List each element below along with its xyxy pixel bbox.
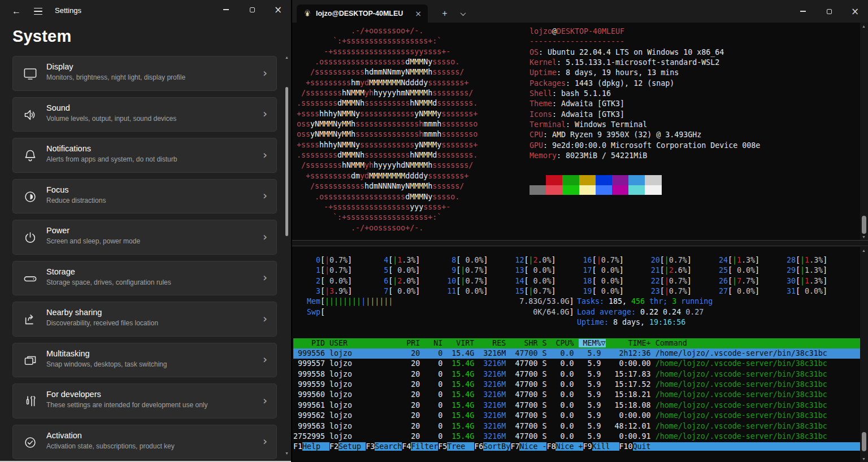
settings-item-storage[interactable]: StorageStorage space, drives, configurat… bbox=[12, 261, 277, 296]
settings-item-subtitle: Activation state, subscriptions, product… bbox=[46, 442, 175, 450]
back-button[interactable]: ← bbox=[7, 4, 26, 19]
settings-item-title: Focus bbox=[46, 185, 106, 194]
system-info-line: Packages: 1443 (dpkg), 12 (snap) bbox=[530, 79, 760, 89]
maximize-icon bbox=[250, 7, 255, 12]
system-info-line: Theme: Adwaita [GTK3] bbox=[530, 99, 760, 109]
chevron-right-icon: › bbox=[263, 107, 267, 120]
settings-item-subtitle: Snap windows, desktops, task switching bbox=[46, 360, 167, 368]
settings-item-for-developers[interactable]: For developersThese settings are intende… bbox=[12, 383, 277, 419]
system-info-line: Shell: bash 5.1.16 bbox=[530, 89, 760, 99]
navigation-menu-button[interactable] bbox=[29, 5, 46, 18]
close-icon: × bbox=[274, 5, 282, 15]
tab-close-icon[interactable]: × bbox=[413, 8, 423, 19]
scroll-down-icon[interactable]: ▼ bbox=[862, 457, 866, 461]
process-row-selected: 999556 lojzo 20 0 15.4G 3216M 47700 S 0.… bbox=[293, 348, 861, 359]
ascii-art-line: /ssssssssssshdmmNNmmyNMMMMhssssss/ bbox=[297, 67, 478, 77]
scroll-up-icon[interactable]: ▲ bbox=[862, 24, 866, 28]
system-info-line: --------------------- bbox=[530, 37, 760, 47]
notifications-icon bbox=[23, 148, 38, 163]
settings-item-subtitle: Monitors, brightness, night light, displ… bbox=[46, 73, 185, 81]
ascii-art-line: /ssssssssssshdmNNNNmyNMMMMhssssss/ bbox=[297, 181, 478, 191]
ascii-art-line: +sssssssssdmydMMMMMMMMddddyssssssss+ bbox=[297, 171, 478, 181]
settings-item-subtitle: Reduce distractions bbox=[46, 197, 106, 204]
new-tab-button[interactable]: + bbox=[438, 7, 452, 20]
settings-item-focus[interactable]: FocusReduce distractions› bbox=[12, 179, 277, 214]
chevron-right-icon: › bbox=[263, 229, 267, 243]
power-icon bbox=[23, 230, 38, 245]
process-row: 2752995 lojzo 20 0 15.4G 3216M 47700 S 0… bbox=[293, 432, 861, 442]
pane-divider[interactable] bbox=[292, 240, 868, 246]
settings-item-multitasking[interactable]: MultitaskingSnap windows, desktops, task… bbox=[12, 343, 277, 378]
settings-item-title: For developers bbox=[46, 390, 208, 399]
top-pane-scrollbar[interactable]: ▲ ▼ bbox=[860, 23, 868, 240]
settings-minimize-button[interactable] bbox=[213, 0, 239, 19]
settings-item-display[interactable]: DisplayMonitors, brightness, night light… bbox=[12, 56, 277, 91]
settings-maximize-button[interactable] bbox=[239, 0, 265, 19]
top-pane-scrollbar-thumb[interactable] bbox=[862, 216, 866, 234]
process-row: 999563 lojzo 20 0 15.4G 3216M 47700 S 0.… bbox=[293, 421, 861, 432]
tasks-summary-line: Load average: 0.22 0.24 0.27 bbox=[577, 307, 713, 317]
display-icon bbox=[23, 66, 38, 81]
terminal-maximize-button[interactable] bbox=[816, 0, 842, 23]
settings-item-power[interactable]: PowerScreen and sleep, power mode› bbox=[12, 220, 277, 255]
process-row: 999561 lojzo 20 0 15.4G 3216M 47700 S 0.… bbox=[293, 400, 861, 411]
system-info-line: Icons: Adwaita [GTK3] bbox=[530, 110, 760, 120]
settings-item-title: Multitasking bbox=[46, 349, 167, 358]
chevron-right-icon: › bbox=[263, 434, 267, 448]
function-key-bar: F1Help F2Setup F3SearchF4FilterF5Tree F6… bbox=[293, 442, 861, 452]
chevron-right-icon: › bbox=[263, 271, 267, 284]
htop-panel: 0[|0.7%] 4[|1.3%] 8[ 0.0%] 12[|2.0%] 16[… bbox=[293, 255, 861, 452]
neofetch-ubuntu-ascii-art: .-/+oossssoo+/-. `:+ssssssssssssssssss+:… bbox=[297, 26, 478, 233]
chevron-down-icon bbox=[460, 10, 466, 16]
terminal-tab-title: lojzo@DESKTOP-40MLEU bbox=[316, 10, 413, 18]
ascii-art-line: +sssshhhyNMMNyssssssssssssyNMMMysssssss+ bbox=[297, 109, 478, 119]
settings-item-notifications[interactable]: NotificationsAlerts from apps and system… bbox=[12, 138, 277, 173]
scroll-up-icon[interactable]: ▲ bbox=[285, 55, 289, 59]
tasks-summary-line: Uptime: 8 days, 19:16:56 bbox=[577, 317, 713, 328]
settings-item-sound[interactable]: SoundVolume levels, output, input, sound… bbox=[12, 97, 277, 132]
cpu-meter-row: 1[|0.7%] 5[ 0.0%] 9[|0.7%] 13[ 0.0%] 17[… bbox=[293, 265, 861, 276]
settings-close-button[interactable]: × bbox=[265, 0, 291, 19]
process-row: 999558 lojzo 20 0 15.4G 3216M 47700 S 0.… bbox=[293, 369, 861, 380]
ascii-art-line: -+ssssssssssssssssssyyssss+- bbox=[297, 47, 478, 57]
settings-item-subtitle: Screen and sleep, power mode bbox=[46, 237, 140, 245]
chevron-right-icon: › bbox=[263, 311, 267, 325]
settings-item-subtitle: Alerts from apps and system, do not dist… bbox=[46, 155, 177, 163]
system-info-line: lojzo@DESKTOP-40MLEUF bbox=[530, 27, 760, 37]
settings-scrollbar[interactable]: ▲ ▼ bbox=[284, 54, 290, 459]
terminal-tab[interactable]: lojzo@DESKTOP-40MLEU × bbox=[297, 5, 428, 23]
settings-item-title: Notifications bbox=[46, 144, 177, 153]
settings-scrollbar-thumb[interactable] bbox=[285, 87, 288, 236]
bottom-pane-scrollbar-thumb[interactable] bbox=[862, 432, 866, 451]
chevron-right-icon: › bbox=[263, 393, 267, 407]
settings-item-subtitle: Discoverability, received files location bbox=[46, 319, 158, 327]
htop-tasks-summary: Tasks: 185, 456 thr; 3 runningLoad avera… bbox=[577, 297, 713, 328]
color-block-row bbox=[530, 175, 662, 185]
close-icon: × bbox=[851, 7, 859, 16]
settings-item-nearby-sharing[interactable]: Nearby sharingDiscoverability, received … bbox=[12, 302, 277, 337]
scroll-up-icon[interactable]: ▲ bbox=[862, 249, 866, 252]
process-row: 999557 lojzo 20 0 15.4G 3216M 47700 S 0.… bbox=[293, 359, 861, 369]
settings-item-activation[interactable]: ActivationActivation state, subscription… bbox=[12, 425, 277, 460]
system-info-line: Terminal: Windows Terminal bbox=[530, 120, 760, 130]
terminal-minimize-button[interactable] bbox=[790, 0, 816, 23]
process-row: 999559 lojzo 20 0 15.4G 3216M 47700 S 0.… bbox=[293, 380, 861, 390]
bottom-pane-scrollbar[interactable]: ▲ ▼ bbox=[860, 247, 868, 462]
settings-list: DisplayMonitors, brightness, night light… bbox=[12, 56, 277, 462]
settings-item-subtitle: Storage space, drives, configuration rul… bbox=[46, 278, 171, 286]
settings-item-title: Storage bbox=[46, 267, 171, 276]
ascii-art-line: +sssshhhyNMMNyssssssssssssyNMMMysssssss+ bbox=[297, 140, 478, 150]
scroll-down-icon[interactable]: ▼ bbox=[285, 451, 289, 455]
nearby-sharing-icon bbox=[23, 312, 38, 327]
back-arrow-icon: ← bbox=[12, 6, 21, 16]
ascii-art-line: /sssssssshNMMMyhhyyyyhdNMMMMhssssssss/ bbox=[297, 160, 478, 171]
sound-icon bbox=[23, 107, 38, 123]
tab-dropdown-button[interactable] bbox=[457, 8, 468, 19]
scroll-down-icon[interactable]: ▼ bbox=[862, 235, 866, 239]
terminal-close-button[interactable]: × bbox=[842, 0, 868, 23]
cpu-meter-row: 0[|0.7%] 4[|1.3%] 8[ 0.0%] 12[|2.0%] 16[… bbox=[293, 255, 861, 265]
system-info-line: GPU: 9e2d:00:00.0 Microsoft Corporation … bbox=[530, 141, 760, 151]
linux-penguin-icon bbox=[303, 8, 311, 19]
chevron-right-icon: › bbox=[263, 352, 267, 366]
ascii-art-line: ossyNMMMNyMMhsssssssssssssshmmmhssssssso bbox=[297, 119, 478, 129]
